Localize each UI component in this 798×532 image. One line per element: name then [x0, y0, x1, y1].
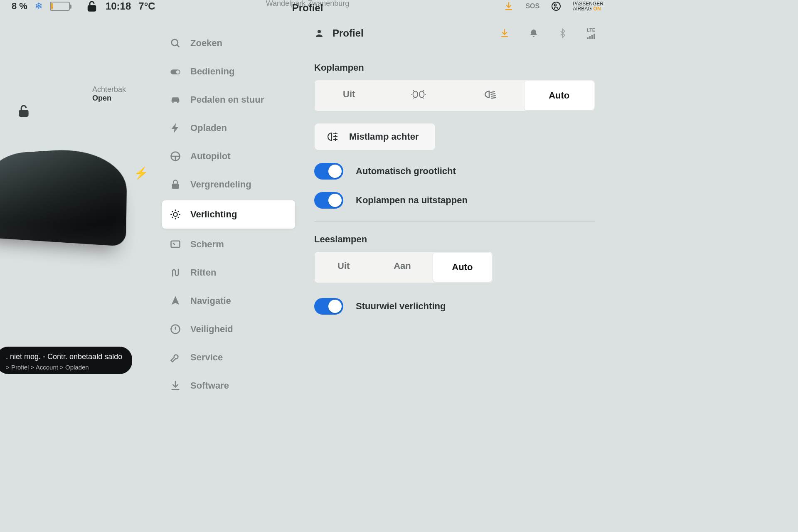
menu-pedalen[interactable]: Pedalen en stuur [158, 86, 299, 114]
svg-point-6 [176, 70, 180, 74]
snowflake-icon: ❄ [35, 1, 42, 12]
fog-light-icon [324, 131, 338, 142]
svg-point-15 [413, 91, 418, 97]
trunk-status[interactable]: Achterbak Open [92, 85, 126, 103]
unlock-icon[interactable] [86, 0, 98, 12]
toggle-icon [170, 66, 181, 77]
svg-point-7 [172, 101, 174, 103]
steering-wheel-icon [170, 150, 181, 162]
svg-rect-12 [171, 241, 180, 247]
reading-lights-selector: Uit Aan Auto [314, 251, 493, 283]
charge-bolt-icon: ⚡ [134, 166, 148, 180]
svg-rect-10 [172, 184, 179, 189]
alert-icon [170, 323, 181, 335]
svg-point-14 [318, 30, 321, 33]
svg-point-2 [554, 4, 557, 6]
status-bar: 8 % ❄ 10:18 7°C Wandelpark Zwanenburg Pr… [0, 0, 615, 12]
menu-veiligheid[interactable]: Veiligheid [158, 315, 299, 343]
car-model [0, 146, 127, 246]
car-visualization-panel: Achterbak Open ⚡ . niet mog. - Contr. on… [0, 12, 158, 399]
menu-autopilot[interactable]: Autopilot [158, 142, 299, 170]
light-icon [170, 209, 181, 220]
bolt-icon [170, 122, 181, 134]
battery-percentage: 8 % [12, 1, 27, 12]
steering-light-label: Stuurwiel verlichting [356, 301, 446, 312]
menu-service[interactable]: Service [158, 343, 299, 372]
auto-high-beam-label: Automatisch grootlicht [356, 166, 456, 177]
headlights-parking[interactable] [384, 80, 454, 111]
headlights-selector: Uit Auto [314, 80, 595, 111]
wrench-icon [170, 352, 181, 363]
sos-button[interactable]: SOS [525, 2, 539, 10]
battery-icon [50, 2, 70, 11]
airbag-icon [551, 1, 561, 11]
search-icon [170, 37, 181, 49]
signal-indicator: LTE [587, 27, 595, 39]
profile-button[interactable]: Profiel [314, 27, 364, 39]
navigation-icon [170, 295, 181, 307]
menu-bediening[interactable]: Bediening [158, 57, 299, 86]
svg-point-4 [172, 39, 178, 46]
lock-icon [170, 179, 181, 190]
reading-lights-title: Leeslampen [314, 234, 595, 245]
svg-point-8 [177, 101, 179, 103]
menu-scherm[interactable]: Scherm [158, 230, 299, 259]
headlights-auto[interactable]: Auto [525, 81, 594, 110]
download-icon[interactable] [500, 28, 510, 38]
menu-verlichting[interactable]: Verlichting [162, 200, 295, 229]
svg-point-16 [419, 91, 424, 97]
notification-toast[interactable]: . niet mog. - Contr. onbetaald saldo > P… [0, 347, 132, 374]
reading-auto[interactable]: Auto [433, 253, 492, 282]
svg-rect-3 [20, 111, 28, 116]
headlights-after-exit-label: Koplampen na uitstappen [356, 195, 468, 206]
bluetooth-icon[interactable] [558, 28, 568, 38]
toast-message: . niet mog. - Contr. onbetaald saldo [6, 352, 122, 361]
steering-light-toggle[interactable] [314, 298, 343, 315]
download-icon [170, 380, 181, 392]
headlights-title: Koplampen [314, 62, 595, 73]
fog-rear-button[interactable]: Mistlamp achter [314, 123, 436, 150]
toast-breadcrumb: > Profiel > Account > Opladen [6, 364, 122, 371]
bell-icon[interactable] [529, 28, 539, 38]
clock: 10:18 [106, 0, 131, 12]
settings-menu: Zoeken Bediening Pedalen en stuur Oplade… [158, 12, 299, 399]
headlights-low-beam[interactable] [453, 80, 523, 111]
unlock-icon[interactable] [17, 104, 31, 118]
car-icon [170, 94, 181, 106]
airbag-status: PASSENGER AIRBAGON [573, 1, 603, 11]
menu-vergrendeling[interactable]: Vergrendeling [158, 170, 299, 199]
reading-on[interactable]: Aan [373, 251, 431, 283]
divider [314, 221, 595, 222]
menu-opladen[interactable]: Opladen [158, 114, 299, 142]
route-icon [170, 267, 181, 278]
settings-content: Profiel LTE Koplampen Uit [299, 12, 615, 399]
svg-point-1 [552, 2, 560, 10]
svg-point-11 [173, 212, 177, 216]
reading-off[interactable]: Uit [314, 251, 373, 283]
temperature: 7°C [138, 0, 155, 12]
download-icon[interactable] [504, 1, 514, 11]
menu-navigatie[interactable]: Navigatie [158, 287, 299, 315]
location-label: Wandelpark Zwanenburg [266, 0, 349, 7]
menu-ritten[interactable]: Ritten [158, 259, 299, 287]
svg-rect-0 [88, 6, 96, 11]
user-icon [314, 28, 324, 38]
display-icon [170, 239, 181, 250]
auto-high-beam-toggle[interactable] [314, 163, 343, 180]
headlights-after-exit-toggle[interactable] [314, 192, 343, 209]
headlights-off[interactable]: Uit [314, 80, 384, 111]
menu-software[interactable]: Software [158, 372, 299, 399]
search-row[interactable]: Zoeken [158, 29, 299, 57]
